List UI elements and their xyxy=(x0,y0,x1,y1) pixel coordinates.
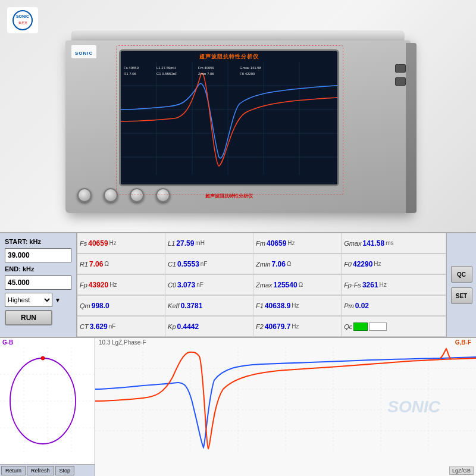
svg-text:Fs 40659: Fs 40659 xyxy=(124,66,139,70)
svg-text:R1 7.06: R1 7.06 xyxy=(124,72,137,76)
gb-chart: G-B Return Refresh Stop xyxy=(0,338,95,476)
f2-cell: F2 40679.7 Hz xyxy=(253,317,342,337)
run-button[interactable]: RUN xyxy=(5,310,52,325)
data-grid: Fs 40659 Hz L1 27.59 mH Fm 40659 Hz Gmax… xyxy=(77,233,446,337)
qc-panel: QC SET xyxy=(446,233,476,337)
f0-cell: F0 42290 Hz xyxy=(342,254,446,274)
c0-cell: C0 3.073 nF xyxy=(165,275,253,295)
gb-chart-label: G-B xyxy=(2,339,13,346)
fs-cell: Fs 40659 Hz xyxy=(77,233,165,253)
qc-cell: Qc xyxy=(342,317,446,337)
chart-bottom-buttons: Return Refresh Stop xyxy=(0,464,95,476)
keff-cell: Keff 0.3781 xyxy=(165,296,253,316)
set-button[interactable]: SET xyxy=(451,287,472,304)
ct-cell: CT 3.629 nF xyxy=(77,317,165,337)
svg-text:索尼克: 索尼克 xyxy=(18,21,27,24)
r1-cell: R1 7.06 Ω xyxy=(77,254,165,274)
lgz-gb-label: LgZ/GB xyxy=(449,466,474,475)
svg-point-27 xyxy=(41,356,45,360)
brand-logo: SONIC 索尼克 xyxy=(7,7,38,33)
control-panel: START: kHz END: kHz Highest Standard Fas… xyxy=(0,233,77,337)
instrument-panel: START: kHz END: kHz Highest Standard Fas… xyxy=(0,232,476,476)
fp-fs-cell: Fp-Fs 3261 Hz xyxy=(342,275,446,295)
svg-text:Gmax 141.58: Gmax 141.58 xyxy=(240,66,262,70)
start-input[interactable] xyxy=(5,248,71,262)
qm-cell: Qm 998.0 xyxy=(77,296,165,316)
end-label: END: kHz xyxy=(5,265,71,273)
refresh-button[interactable]: Refresh xyxy=(27,466,54,475)
svg-text:L1 27.59mH: L1 27.59mH xyxy=(156,66,176,70)
chart-area: G-B Return Refresh Stop xyxy=(0,337,476,476)
gmax-cell: Gmax 141.58 ms xyxy=(342,233,446,253)
return-button[interactable]: Return xyxy=(1,466,26,475)
mode-select[interactable]: Highest Standard Fast xyxy=(5,293,52,307)
zmax-cell: Zmax 125540 Ω xyxy=(253,275,342,295)
svg-point-0 xyxy=(13,11,32,30)
gbf-label: G,B-F xyxy=(455,339,471,346)
l1-cell: L1 27.59 mH xyxy=(165,233,253,253)
panel-top: START: kHz END: kHz Highest Standard Fas… xyxy=(0,233,476,337)
qc-button[interactable]: QC xyxy=(451,266,472,283)
svg-text:Fm 40659: Fm 40659 xyxy=(198,66,215,70)
svg-text:SONIC: SONIC xyxy=(16,14,29,18)
chart-value: 10.3 xyxy=(99,339,110,346)
zmin-cell: Zmin 7.06 Ω xyxy=(253,254,342,274)
kp-cell: Kp 0.4442 xyxy=(165,317,253,337)
screen-title: 超声波阻抗特性分析仪 xyxy=(121,51,337,62)
device-name-label: 超声波阻抗特性分析仪 xyxy=(205,193,253,199)
lgz-label: LgZ,Phase-F xyxy=(112,339,146,346)
end-input[interactable] xyxy=(5,275,71,290)
device-photo-section: SONIC 索尼克 超声波阻抗特性分析仪 xyxy=(0,0,476,232)
stop-button[interactable]: Stop xyxy=(55,466,75,475)
dropdown-arrow[interactable]: ▼ xyxy=(55,297,61,303)
pm-cell: Pm 0.02 xyxy=(342,296,446,316)
svg-text:Zmin 7.06: Zmin 7.06 xyxy=(198,72,214,76)
lgz-chart: 10.3 LgZ,Phase-F G,B-F SONIC xyxy=(95,338,476,476)
qc-indicator xyxy=(353,322,368,331)
c1-cell: C1 0.5553 nF xyxy=(165,254,253,274)
start-label: START: kHz xyxy=(5,238,71,245)
svg-text:F0 42290: F0 42290 xyxy=(240,72,255,76)
f1-cell: F1 40638.9 Hz xyxy=(253,296,342,316)
qc-value-box xyxy=(369,322,387,331)
svg-text:C1 0.5553nF: C1 0.5553nF xyxy=(156,72,177,76)
fm-cell: Fm 40659 Hz xyxy=(253,233,342,253)
fp-cell: Fp 43920 Hz xyxy=(77,275,165,295)
